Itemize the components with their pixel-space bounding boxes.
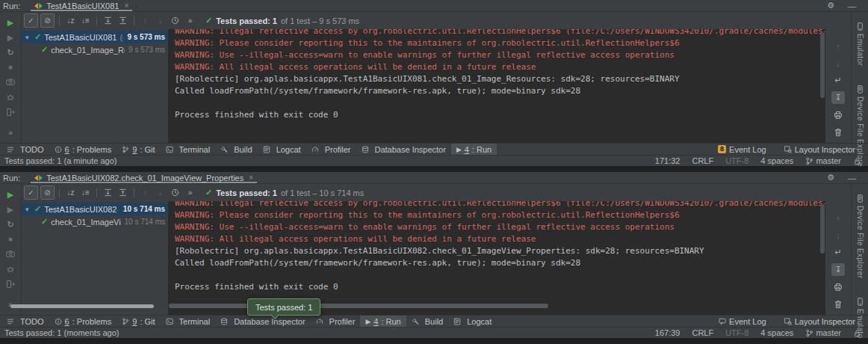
screenshot-button[interactable] bbox=[0, 75, 21, 90]
toolwindow-logcat-button[interactable]: Logcat bbox=[258, 144, 306, 155]
emulator-tool-button[interactable]: Emulator bbox=[856, 22, 864, 66]
toolwindow-git-button[interactable]: 9: Git bbox=[117, 316, 160, 327]
next-occurrence-button[interactable]: ↓ bbox=[154, 14, 167, 27]
console-vertical-scrollbar[interactable] bbox=[820, 204, 825, 254]
collapse-all-button[interactable] bbox=[117, 14, 129, 27]
rerun-failed-tests-button[interactable]: ▶ bbox=[0, 202, 21, 217]
close-tab-icon[interactable]: × bbox=[124, 1, 128, 10]
rerun-button[interactable]: ▶ bbox=[0, 187, 21, 202]
run-tab[interactable]: TestA1BasicUIX081 × bbox=[31, 0, 132, 11]
sort-by-duration-button[interactable]: ↓≡ bbox=[79, 14, 92, 27]
test-history-button[interactable] bbox=[169, 14, 182, 27]
chevron-down-icon[interactable]: ▾ bbox=[25, 34, 34, 41]
toolwindow-terminal-button[interactable]: Terminal bbox=[161, 144, 216, 155]
toolwindow-run-button[interactable]: ▶4: Run bbox=[451, 144, 497, 155]
print-button[interactable] bbox=[831, 108, 845, 121]
hide-window-icon[interactable]: — bbox=[848, 173, 856, 182]
soft-wrap-button[interactable]: ↵ bbox=[831, 246, 845, 259]
unlock-icon[interactable] bbox=[853, 329, 861, 337]
toolwindow-terminal-button[interactable]: Terminal bbox=[161, 316, 216, 327]
test-history-button[interactable] bbox=[169, 186, 182, 199]
test-tree-child-row[interactable]: ✓ check_01_ImageView_Properties 10 s 714… bbox=[22, 215, 168, 228]
toolwindow-profiler-button[interactable]: Profiler bbox=[306, 144, 356, 155]
previous-occurrence-button[interactable]: ↑ bbox=[139, 186, 152, 199]
print-button[interactable] bbox=[831, 280, 845, 293]
down-stacktrace-button[interactable]: ↓ bbox=[831, 57, 845, 70]
attach-debugger-button[interactable] bbox=[0, 90, 21, 105]
expand-all-button[interactable] bbox=[102, 186, 114, 199]
attach-debugger-button[interactable] bbox=[0, 262, 21, 277]
sort-alphabetically-button[interactable]: ↓z bbox=[64, 186, 77, 199]
toolwindow-logcat-button[interactable]: Logcat bbox=[448, 316, 497, 327]
expand-all-button[interactable] bbox=[102, 14, 114, 27]
indent-setting[interactable]: 4 spaces bbox=[760, 156, 793, 165]
rerun-failed-tests-button[interactable]: ▶ bbox=[0, 30, 21, 45]
file-encoding[interactable]: UTF-8 bbox=[725, 156, 748, 165]
toolwindow-problems-button[interactable]: 6: Problems bbox=[49, 316, 117, 327]
toolwindow-todo-button[interactable]: TODO bbox=[1, 144, 49, 155]
scroll-to-end-button[interactable]: ↧ bbox=[831, 263, 845, 276]
show-ignored-button[interactable]: ⊘ bbox=[40, 185, 55, 200]
close-tab-icon[interactable]: × bbox=[249, 173, 253, 182]
file-encoding[interactable]: UTF-8 bbox=[725, 328, 748, 337]
toolwindow-problems-button[interactable]: 6: Problems bbox=[49, 144, 117, 155]
toggle-auto-test-button[interactable]: ↻ bbox=[0, 45, 21, 60]
toolwindow-database-inspector-button[interactable]: Database Inspector bbox=[215, 316, 310, 327]
toolbar-more-button[interactable]: » bbox=[184, 186, 196, 199]
console-vertical-scrollbar[interactable] bbox=[820, 32, 825, 98]
show-ignored-button[interactable]: ⊘ bbox=[40, 13, 55, 28]
console-horizontal-scrollbar[interactable] bbox=[169, 304, 548, 308]
git-branch-widget[interactable]: master bbox=[805, 328, 841, 337]
event-log-button[interactable]: 8Event Log bbox=[713, 144, 772, 155]
toolwindow-todo-button[interactable]: TODO bbox=[1, 316, 49, 327]
chevron-down-icon[interactable]: ▾ bbox=[25, 206, 34, 213]
previous-occurrence-button[interactable]: ↑ bbox=[139, 14, 152, 27]
import-tests-button[interactable] bbox=[0, 277, 21, 292]
show-passed-button[interactable]: ✓ bbox=[24, 185, 38, 200]
more-options-button[interactable]: » bbox=[0, 125, 21, 140]
toolbar-more-button[interactable]: » bbox=[184, 14, 196, 27]
line-ending[interactable]: CRLF bbox=[692, 328, 713, 337]
toolwindow-profiler-button[interactable]: Profiler bbox=[311, 316, 361, 327]
caret-position[interactable]: 171:32 bbox=[655, 156, 681, 165]
sort-alphabetically-button[interactable]: ↓z bbox=[64, 14, 77, 27]
clear-all-button[interactable] bbox=[831, 126, 845, 138]
line-ending[interactable]: CRLF bbox=[692, 156, 713, 165]
clear-all-button[interactable] bbox=[831, 298, 845, 310]
toolwindow-git-button[interactable]: 9: Git bbox=[117, 144, 160, 155]
toolwindow-run-button[interactable]: ▶4: Run bbox=[360, 316, 406, 327]
soft-wrap-button[interactable]: ↵ bbox=[831, 74, 845, 87]
test-tree-root-row[interactable]: ▾ ✓ TestA1BasicUIX082(org.aplas.basica 1… bbox=[22, 203, 168, 215]
device-file-explorer-tool-button[interactable]: Device File Explorer bbox=[856, 194, 864, 278]
down-stacktrace-button[interactable]: ↓ bbox=[831, 229, 845, 242]
caret-position[interactable]: 167:39 bbox=[655, 328, 681, 337]
test-tree-child-row[interactable]: ✓ check_01_Image_Resources 9 s 573 ms bbox=[22, 43, 168, 56]
unlock-icon[interactable] bbox=[853, 157, 861, 165]
scroll-to-end-button[interactable]: ↧ bbox=[831, 91, 845, 104]
git-branch-widget[interactable]: master bbox=[805, 156, 841, 165]
event-log-button[interactable]: Event Log bbox=[713, 316, 772, 327]
up-stacktrace-button[interactable]: ↑ bbox=[831, 40, 845, 52]
toolwindow-build-button[interactable]: Build bbox=[215, 144, 257, 155]
layout-inspector-button[interactable]: Layout Inspector bbox=[779, 316, 861, 327]
hide-window-icon[interactable]: — bbox=[848, 1, 856, 10]
import-tests-button[interactable] bbox=[0, 105, 21, 120]
toggle-auto-test-button[interactable]: ↻ bbox=[0, 217, 21, 232]
toolwindow-database-inspector-button[interactable]: Database Inspector bbox=[356, 144, 451, 155]
settings-gear-icon[interactable]: ⚙ bbox=[827, 173, 834, 182]
sort-by-duration-button[interactable]: ↓≡ bbox=[79, 186, 92, 199]
toolwindow-build-button[interactable]: Build bbox=[406, 316, 448, 327]
stop-button[interactable]: ■ bbox=[0, 60, 21, 75]
collapse-all-button[interactable] bbox=[117, 186, 129, 199]
up-stacktrace-button[interactable]: ↑ bbox=[831, 212, 845, 224]
test-tree-root-row[interactable]: ▾ ✓ TestA1BasicUIX081(org.aplas.basica 9… bbox=[22, 31, 168, 43]
tree-horizontal-scrollbar[interactable] bbox=[10, 304, 154, 308]
rerun-button[interactable]: ▶ bbox=[0, 15, 21, 30]
screenshot-button[interactable] bbox=[0, 247, 21, 262]
show-passed-button[interactable]: ✓ bbox=[24, 13, 38, 28]
layout-inspector-button[interactable]: Layout Inspector bbox=[779, 144, 861, 155]
next-occurrence-button[interactable]: ↓ bbox=[154, 186, 167, 199]
run-tab[interactable]: TestA1BasicUIX082.check_01_ImageView_Pro… bbox=[31, 172, 257, 183]
settings-gear-icon[interactable]: ⚙ bbox=[827, 1, 834, 10]
indent-setting[interactable]: 4 spaces bbox=[760, 328, 793, 337]
